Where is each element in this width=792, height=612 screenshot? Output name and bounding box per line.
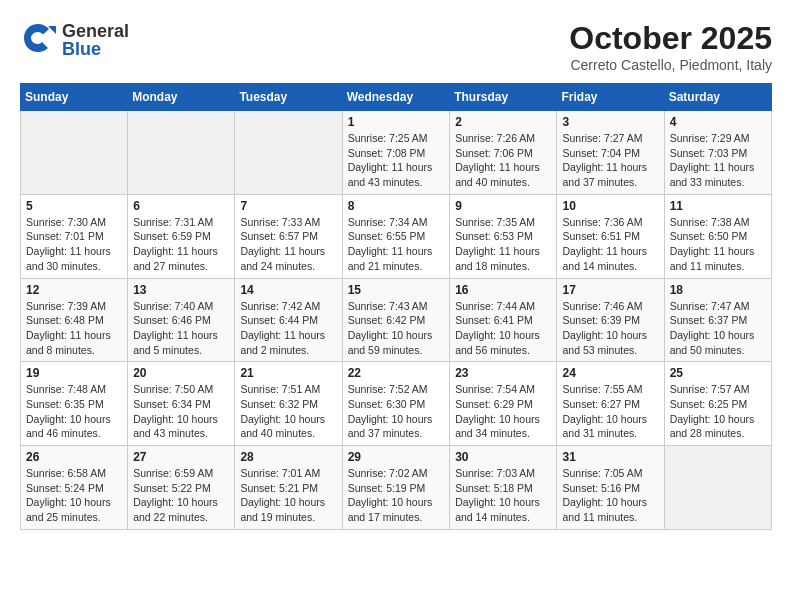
day-info: Sunrise: 7:39 AMSunset: 6:48 PMDaylight:… — [26, 299, 122, 358]
day-info: Sunrise: 7:27 AMSunset: 7:04 PMDaylight:… — [562, 131, 658, 190]
day-info: Sunrise: 6:59 AMSunset: 5:22 PMDaylight:… — [133, 466, 229, 525]
calendar-day-cell: 29Sunrise: 7:02 AMSunset: 5:19 PMDayligh… — [342, 446, 450, 530]
logo-text: General Blue — [62, 22, 129, 58]
logo-general: General — [62, 22, 129, 40]
weekday-header: Tuesday — [235, 84, 342, 111]
day-number: 25 — [670, 366, 766, 380]
day-number: 8 — [348, 199, 445, 213]
calendar-day-cell: 20Sunrise: 7:50 AMSunset: 6:34 PMDayligh… — [128, 362, 235, 446]
calendar-day-cell: 13Sunrise: 7:40 AMSunset: 6:46 PMDayligh… — [128, 278, 235, 362]
weekday-header: Thursday — [450, 84, 557, 111]
weekday-header: Monday — [128, 84, 235, 111]
day-number: 31 — [562, 450, 658, 464]
weekday-header: Saturday — [664, 84, 771, 111]
day-info: Sunrise: 7:29 AMSunset: 7:03 PMDaylight:… — [670, 131, 766, 190]
day-info: Sunrise: 7:05 AMSunset: 5:16 PMDaylight:… — [562, 466, 658, 525]
day-info: Sunrise: 7:47 AMSunset: 6:37 PMDaylight:… — [670, 299, 766, 358]
calendar-day-cell: 21Sunrise: 7:51 AMSunset: 6:32 PMDayligh… — [235, 362, 342, 446]
calendar-day-cell: 23Sunrise: 7:54 AMSunset: 6:29 PMDayligh… — [450, 362, 557, 446]
day-info: Sunrise: 7:31 AMSunset: 6:59 PMDaylight:… — [133, 215, 229, 274]
calendar-day-cell: 15Sunrise: 7:43 AMSunset: 6:42 PMDayligh… — [342, 278, 450, 362]
calendar-day-cell — [235, 111, 342, 195]
page-header: General Blue October 2025 Cerreto Castel… — [20, 20, 772, 73]
calendar-day-cell: 27Sunrise: 6:59 AMSunset: 5:22 PMDayligh… — [128, 446, 235, 530]
day-number: 17 — [562, 283, 658, 297]
day-number: 11 — [670, 199, 766, 213]
logo-blue: Blue — [62, 40, 129, 58]
calendar-day-cell: 31Sunrise: 7:05 AMSunset: 5:16 PMDayligh… — [557, 446, 664, 530]
title-block: October 2025 Cerreto Castello, Piedmont,… — [569, 20, 772, 73]
calendar-day-cell: 18Sunrise: 7:47 AMSunset: 6:37 PMDayligh… — [664, 278, 771, 362]
calendar-day-cell: 16Sunrise: 7:44 AMSunset: 6:41 PMDayligh… — [450, 278, 557, 362]
day-info: Sunrise: 7:48 AMSunset: 6:35 PMDaylight:… — [26, 382, 122, 441]
day-number: 10 — [562, 199, 658, 213]
calendar-header-row: SundayMondayTuesdayWednesdayThursdayFrid… — [21, 84, 772, 111]
day-number: 27 — [133, 450, 229, 464]
day-info: Sunrise: 7:38 AMSunset: 6:50 PMDaylight:… — [670, 215, 766, 274]
day-number: 22 — [348, 366, 445, 380]
day-info: Sunrise: 6:58 AMSunset: 5:24 PMDaylight:… — [26, 466, 122, 525]
calendar-day-cell: 10Sunrise: 7:36 AMSunset: 6:51 PMDayligh… — [557, 194, 664, 278]
calendar-day-cell: 26Sunrise: 6:58 AMSunset: 5:24 PMDayligh… — [21, 446, 128, 530]
page-subtitle: Cerreto Castello, Piedmont, Italy — [569, 57, 772, 73]
day-number: 3 — [562, 115, 658, 129]
calendar-day-cell: 17Sunrise: 7:46 AMSunset: 6:39 PMDayligh… — [557, 278, 664, 362]
day-number: 24 — [562, 366, 658, 380]
calendar-day-cell: 5Sunrise: 7:30 AMSunset: 7:01 PMDaylight… — [21, 194, 128, 278]
day-info: Sunrise: 7:42 AMSunset: 6:44 PMDaylight:… — [240, 299, 336, 358]
day-number: 6 — [133, 199, 229, 213]
day-number: 1 — [348, 115, 445, 129]
calendar-day-cell: 1Sunrise: 7:25 AMSunset: 7:08 PMDaylight… — [342, 111, 450, 195]
day-info: Sunrise: 7:34 AMSunset: 6:55 PMDaylight:… — [348, 215, 445, 274]
day-number: 18 — [670, 283, 766, 297]
day-info: Sunrise: 7:36 AMSunset: 6:51 PMDaylight:… — [562, 215, 658, 274]
day-number: 23 — [455, 366, 551, 380]
day-number: 15 — [348, 283, 445, 297]
day-info: Sunrise: 7:35 AMSunset: 6:53 PMDaylight:… — [455, 215, 551, 274]
calendar-day-cell: 19Sunrise: 7:48 AMSunset: 6:35 PMDayligh… — [21, 362, 128, 446]
calendar-day-cell: 14Sunrise: 7:42 AMSunset: 6:44 PMDayligh… — [235, 278, 342, 362]
day-number: 13 — [133, 283, 229, 297]
day-number: 29 — [348, 450, 445, 464]
day-number: 12 — [26, 283, 122, 297]
day-info: Sunrise: 7:52 AMSunset: 6:30 PMDaylight:… — [348, 382, 445, 441]
day-info: Sunrise: 7:46 AMSunset: 6:39 PMDaylight:… — [562, 299, 658, 358]
page-title: October 2025 — [569, 20, 772, 57]
calendar-day-cell: 7Sunrise: 7:33 AMSunset: 6:57 PMDaylight… — [235, 194, 342, 278]
calendar-day-cell: 6Sunrise: 7:31 AMSunset: 6:59 PMDaylight… — [128, 194, 235, 278]
weekday-header: Sunday — [21, 84, 128, 111]
day-info: Sunrise: 7:33 AMSunset: 6:57 PMDaylight:… — [240, 215, 336, 274]
calendar-day-cell: 2Sunrise: 7:26 AMSunset: 7:06 PMDaylight… — [450, 111, 557, 195]
weekday-header: Wednesday — [342, 84, 450, 111]
day-info: Sunrise: 7:44 AMSunset: 6:41 PMDaylight:… — [455, 299, 551, 358]
day-info: Sunrise: 7:55 AMSunset: 6:27 PMDaylight:… — [562, 382, 658, 441]
day-number: 21 — [240, 366, 336, 380]
day-info: Sunrise: 7:26 AMSunset: 7:06 PMDaylight:… — [455, 131, 551, 190]
day-info: Sunrise: 7:54 AMSunset: 6:29 PMDaylight:… — [455, 382, 551, 441]
calendar-day-cell: 30Sunrise: 7:03 AMSunset: 5:18 PMDayligh… — [450, 446, 557, 530]
weekday-header: Friday — [557, 84, 664, 111]
calendar-day-cell: 4Sunrise: 7:29 AMSunset: 7:03 PMDaylight… — [664, 111, 771, 195]
day-number: 20 — [133, 366, 229, 380]
day-number: 28 — [240, 450, 336, 464]
day-info: Sunrise: 7:51 AMSunset: 6:32 PMDaylight:… — [240, 382, 336, 441]
day-info: Sunrise: 7:25 AMSunset: 7:08 PMDaylight:… — [348, 131, 445, 190]
calendar-day-cell — [21, 111, 128, 195]
day-number: 2 — [455, 115, 551, 129]
calendar-week-row: 26Sunrise: 6:58 AMSunset: 5:24 PMDayligh… — [21, 446, 772, 530]
calendar-day-cell: 9Sunrise: 7:35 AMSunset: 6:53 PMDaylight… — [450, 194, 557, 278]
calendar-week-row: 12Sunrise: 7:39 AMSunset: 6:48 PMDayligh… — [21, 278, 772, 362]
calendar-day-cell: 12Sunrise: 7:39 AMSunset: 6:48 PMDayligh… — [21, 278, 128, 362]
svg-marker-0 — [48, 26, 56, 34]
day-number: 19 — [26, 366, 122, 380]
calendar-day-cell: 22Sunrise: 7:52 AMSunset: 6:30 PMDayligh… — [342, 362, 450, 446]
calendar-day-cell: 25Sunrise: 7:57 AMSunset: 6:25 PMDayligh… — [664, 362, 771, 446]
calendar-day-cell: 11Sunrise: 7:38 AMSunset: 6:50 PMDayligh… — [664, 194, 771, 278]
calendar-day-cell: 3Sunrise: 7:27 AMSunset: 7:04 PMDaylight… — [557, 111, 664, 195]
day-number: 14 — [240, 283, 336, 297]
calendar-day-cell — [664, 446, 771, 530]
calendar-week-row: 1Sunrise: 7:25 AMSunset: 7:08 PMDaylight… — [21, 111, 772, 195]
day-number: 9 — [455, 199, 551, 213]
day-info: Sunrise: 7:43 AMSunset: 6:42 PMDaylight:… — [348, 299, 445, 358]
calendar-week-row: 5Sunrise: 7:30 AMSunset: 7:01 PMDaylight… — [21, 194, 772, 278]
